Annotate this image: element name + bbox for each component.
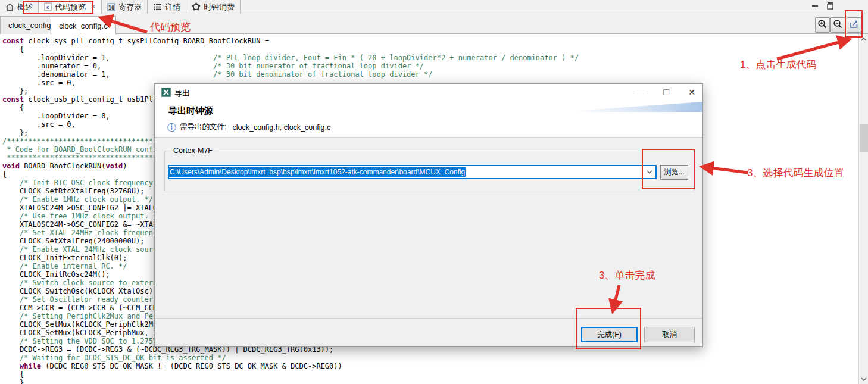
export-app-icon bbox=[161, 88, 171, 99]
scrollbar-thumb[interactable] bbox=[860, 124, 868, 152]
tab-label: 代码预览 bbox=[55, 2, 86, 13]
dialog-heading: 导出时钟源 bbox=[168, 105, 213, 117]
window-buttons bbox=[811, 1, 834, 13]
group-label: Cortex-M7F bbox=[171, 146, 215, 155]
tab-clock-consumers[interactable]: 时钟消费 bbox=[186, 0, 241, 14]
tab-label: 概述 bbox=[17, 2, 33, 13]
registers-icon: 10 bbox=[107, 3, 115, 11]
code-file-icon: c bbox=[44, 2, 52, 11]
scroll-down-icon[interactable] bbox=[859, 374, 868, 384]
export-path-combobox[interactable]: C:\Users\Admin\Desktop\imxrt_bsp\bsp\imx… bbox=[168, 165, 657, 179]
tab-registers[interactable]: 10 寄存器 bbox=[102, 0, 148, 14]
finish-button[interactable]: 完成(F) bbox=[581, 327, 638, 342]
tab-overview[interactable]: 概述 bbox=[0, 0, 39, 14]
info-value: clock_config.h, clock_config.c bbox=[232, 123, 330, 132]
svg-text:10: 10 bbox=[108, 4, 114, 10]
export-dialog: 导出 — □ ✕ 导出时钟源 ⓘ 需导出的文件: clock_config.h,… bbox=[154, 83, 703, 347]
zoom-out-icon bbox=[833, 19, 843, 32]
dialog-title: 导出 bbox=[174, 88, 190, 99]
view-tab-bar: 概述 c 代码预览 ✕ 10 寄存器 详情 时钟消费 bbox=[0, 0, 868, 14]
details-icon bbox=[153, 3, 162, 11]
vertical-scrollbar[interactable] bbox=[858, 34, 868, 384]
generate-code-button[interactable] bbox=[847, 17, 861, 33]
browse-button[interactable]: 浏览... bbox=[660, 165, 688, 180]
file-tab-label: clock_config.c bbox=[59, 21, 108, 30]
tab-label: 时钟消费 bbox=[204, 2, 235, 13]
app-window: 概述 c 代码预览 ✕ 10 寄存器 详情 时钟消费 bbox=[0, 0, 868, 384]
svg-text:c: c bbox=[46, 4, 49, 10]
home-icon bbox=[5, 3, 14, 11]
scroll-up-icon[interactable] bbox=[859, 34, 868, 44]
generate-code-icon bbox=[849, 19, 859, 32]
dialog-maximize-icon[interactable]: □ bbox=[661, 88, 671, 97]
header-decoration bbox=[574, 102, 702, 112]
file-tab-bar: clock_config.h clock_config.c bbox=[0, 14, 868, 34]
restore-view-icon[interactable] bbox=[825, 1, 834, 13]
info-icon: ⓘ bbox=[167, 123, 176, 132]
file-tab-clock-config-c[interactable]: clock_config.c bbox=[51, 16, 116, 35]
zoom-in-button[interactable] bbox=[815, 17, 830, 33]
tab-label: 详情 bbox=[165, 2, 180, 13]
tab-label: 寄存器 bbox=[118, 2, 142, 13]
tab-details[interactable]: 详情 bbox=[148, 0, 186, 14]
dialog-minimize-icon[interactable]: — bbox=[636, 88, 645, 97]
info-label: 需导出的文件: bbox=[180, 122, 226, 132]
close-icon[interactable]: ✕ bbox=[90, 3, 96, 11]
tab-code-preview[interactable]: c 代码预览 ✕ bbox=[39, 0, 102, 14]
dialog-info-row: ⓘ 需导出的文件: clock_config.h, clock_config.c bbox=[167, 122, 330, 132]
chevron-down-icon[interactable] bbox=[644, 167, 654, 177]
dialog-separator bbox=[155, 318, 702, 319]
minimize-view-icon[interactable] bbox=[811, 2, 819, 13]
export-path-value: C:\Users\Admin\Desktop\imxrt_bsp\bsp\imx… bbox=[169, 167, 466, 177]
zoom-in-icon bbox=[817, 19, 828, 32]
dialog-close-icon[interactable]: ✕ bbox=[687, 88, 697, 97]
dialog-header: 导出时钟源 ⓘ 需导出的文件: clock_config.h, clock_co… bbox=[155, 101, 702, 138]
cancel-button[interactable]: 取消 bbox=[644, 327, 695, 342]
zoom-out-button[interactable] bbox=[830, 17, 845, 33]
dialog-title-bar[interactable]: 导出 — □ ✕ bbox=[155, 84, 702, 101]
clock-consumers-icon bbox=[192, 2, 201, 11]
